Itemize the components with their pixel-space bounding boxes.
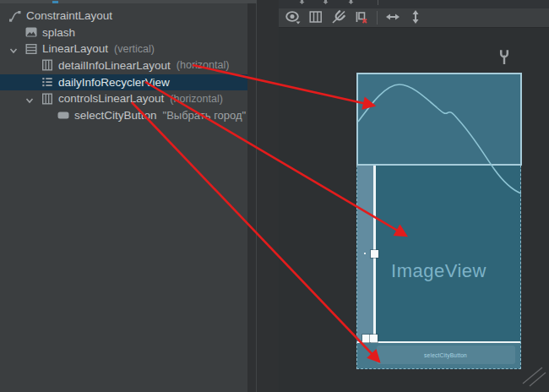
eye-icon [285,8,302,28]
clipped-icon-fragment [299,0,305,4]
clipped-icon-fragment [348,0,354,4]
canvas-resize-handle[interactable] [520,365,547,389]
linear-layout-horizontal-icon [41,58,54,72]
chevron-down-icon[interactable] [25,95,34,103]
clear-all-constraints-button[interactable] [351,9,372,26]
tree-item-label: detailInfoLinearLayout [58,59,171,72]
toolbar-separator [377,11,378,24]
tree-item-label: ConstraintLayout [26,9,112,22]
chevron-down-icon[interactable] [9,45,18,53]
tree-item-label: LinearLayout [42,42,108,55]
panel-top-edge [0,0,257,3]
tree-item-qualifier: (vertical) [114,43,155,55]
anchor-dot [364,253,366,254]
panel-splitter[interactable] [247,0,279,392]
arrow-h-icon [384,8,401,28]
tree-item-dailyInfoRecyclerView[interactable]: dailyInfoRecyclerView [0,74,247,90]
design-preview-phone[interactable]: ImageView selectCityButton [356,73,521,369]
selection-handle-right[interactable] [371,250,378,258]
controls-bar[interactable]: selectCityButton [357,343,520,368]
pack-horizontally-button[interactable] [383,9,403,26]
clipped-separator-fragment [378,0,383,4]
tree-item-label: dailyInfoRecyclerView [58,76,170,89]
recycler-view-icon [41,75,54,89]
magnet-off-icon [329,8,348,28]
component-tree-panel: ConstraintLayoutsplashLinearLayout(verti… [0,0,247,392]
view-options-button[interactable] [283,9,303,26]
constraint-layout-icon [8,9,22,23]
linear-layout-vertical-icon [24,42,38,56]
clear-constraints-icon [353,8,370,28]
selection-handle-bottom-left[interactable] [362,335,370,342]
tree-item-detailInfoLinearLayout[interactable]: detailInfoLinearLayout(horizontal) [0,57,247,74]
tree-item-label: selectCityButton [74,109,157,122]
select-city-button[interactable]: selectCityButton [377,346,515,364]
selection-handle-bottom-right[interactable] [370,335,378,342]
splitter-line [256,0,257,392]
button-icon [57,108,70,122]
clipped-icon-fragment [323,0,329,4]
pack-vertically-button[interactable] [405,9,426,26]
tree-item-qualifier: (horizontal) [170,93,223,105]
columns-icon [307,8,324,28]
top-edge-marker [52,1,58,3]
tree-item-ConstraintLayout[interactable]: ConstraintLayout [0,8,247,24]
tree-item-label: controlsLinearLayout [58,92,164,105]
tree-item-splash[interactable]: splash [0,24,247,41]
tree-item-selectCityButton[interactable]: selectCityButton"Выбрать город" [0,107,247,123]
arrow-v-icon [407,8,424,28]
select-city-button-label: selectCityButton [425,351,468,357]
clipped-toolbar-strip [279,0,549,8]
blueprint-mode-button[interactable] [306,9,326,26]
wrench-icon[interactable] [498,49,510,65]
android-studio-layout-editor: ConstraintLayoutsplashLinearLayout(verti… [0,0,549,392]
tree-item-controlsLinearLayout[interactable]: controlsLinearLayout(horizontal) [0,90,247,106]
linear-layout-horizontal-icon [41,92,54,106]
image-view-icon [24,25,38,39]
tree-item-qualifier: (horizontal) [177,59,230,71]
autoconnect-off-button[interactable] [329,9,349,26]
tree-item-text-value: "Выбрать город" [163,109,247,122]
design-toolbar [279,8,549,28]
tree-item-LinearLayout[interactable]: LinearLayout(vertical) [0,41,247,57]
tree-item-label: splash [42,26,75,39]
design-canvas[interactable]: ImageView selectCityButton [279,29,549,392]
detail-info-panel[interactable] [356,73,522,166]
design-editor-panel: ImageView selectCityButton [279,0,549,392]
imageview-label[interactable]: ImageView [357,260,520,282]
